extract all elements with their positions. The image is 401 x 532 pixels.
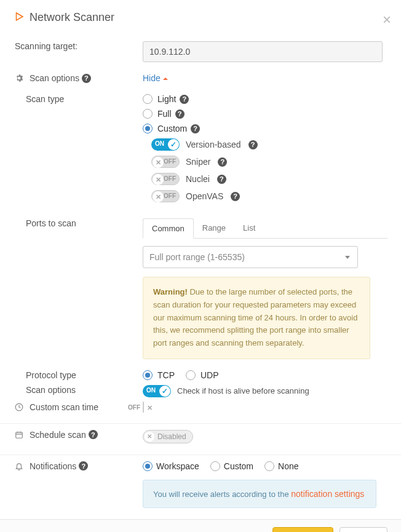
toggle-alive-check[interactable]: ON ✓: [143, 385, 171, 397]
target-label: Scanning target:: [15, 41, 77, 51]
notification-settings-link[interactable]: notification settings: [291, 489, 364, 499]
toggle-nuclei[interactable]: ✕ OFF: [151, 173, 180, 185]
version-based-label: Version-based: [186, 140, 241, 149]
caret-up-icon: [163, 77, 168, 80]
schedule-disabled-pill: ✕ Disabled: [143, 430, 193, 443]
schedule-label: Schedule scan: [30, 430, 86, 440]
radio-workspace[interactable]: [143, 461, 153, 471]
udp-label: UDP: [200, 370, 219, 380]
close-icon[interactable]: ×: [383, 11, 391, 28]
help-icon[interactable]: ?: [218, 157, 227, 167]
help-icon[interactable]: ?: [175, 109, 185, 119]
toggle-openvas[interactable]: ✕ OFF: [151, 190, 180, 202]
svg-rect-1: [16, 432, 23, 438]
tab-common[interactable]: Common: [143, 218, 194, 239]
clock-icon: [15, 403, 26, 411]
radio-custom[interactable]: [143, 124, 153, 133]
help-icon[interactable]: ?: [248, 140, 258, 149]
radio-light-label: Light: [157, 94, 176, 104]
x-icon: ✕: [156, 176, 161, 184]
check-icon: ✓: [170, 140, 177, 149]
help-icon[interactable]: ?: [79, 461, 88, 470]
x-icon: ✕: [156, 193, 161, 201]
toggle-sniper[interactable]: ✕ OFF: [151, 156, 180, 168]
radio-none[interactable]: [264, 461, 274, 471]
radio-light[interactable]: [143, 94, 153, 104]
help-icon[interactable]: ?: [191, 124, 200, 133]
help-icon[interactable]: ?: [180, 95, 189, 104]
help-icon[interactable]: ?: [89, 430, 98, 439]
app-icon: [14, 11, 25, 24]
nuclei-label: Nuclei: [186, 174, 210, 184]
custom-time-label: Custom scan time: [30, 402, 98, 412]
scan-options-label: Scan options: [30, 73, 79, 83]
check-icon: ✓: [162, 387, 168, 395]
toggle-version-based[interactable]: ON ✓: [151, 138, 180, 151]
modal-title: Network Scanner: [30, 11, 114, 24]
radio-notif-custom[interactable]: [210, 461, 220, 471]
notification-info: You will receive alerts according to the…: [143, 480, 376, 508]
scan-type-label: Scan type: [26, 94, 64, 104]
radio-tcp[interactable]: [143, 370, 153, 380]
gear-icon: [15, 74, 26, 82]
radio-custom-label: Custom: [157, 124, 187, 133]
start-scan-button[interactable]: Start Scan: [272, 527, 333, 532]
sniper-label[interactable]: Sniper: [186, 157, 210, 167]
target-input[interactable]: [143, 41, 383, 62]
warning-box: Warning! Due to the large number of sele…: [143, 277, 370, 359]
alive-check-label: Check if host is alive before scanning: [177, 386, 309, 395]
tab-list[interactable]: List: [234, 218, 264, 238]
toggle-custom-time[interactable]: ✕ OFF: [143, 402, 144, 413]
protocol-label: Protocol type: [26, 370, 76, 380]
notifications-label: Notifications: [30, 461, 76, 471]
workspace-label: Workspace: [156, 461, 199, 471]
help-icon[interactable]: ?: [231, 192, 240, 201]
tcp-label: TCP: [157, 370, 175, 380]
bell-icon: [15, 462, 26, 470]
help-icon[interactable]: ?: [217, 175, 226, 184]
cancel-button[interactable]: Cancel: [339, 527, 387, 532]
scan-opts2-label: Scan options: [26, 385, 76, 395]
ports-select[interactable]: Full port range (1-65535): [143, 246, 358, 268]
calendar-icon: [15, 431, 26, 439]
radio-full-label: Full: [157, 109, 172, 119]
x-icon: ✕: [156, 159, 161, 167]
hide-link[interactable]: Hide: [143, 73, 168, 83]
tab-range[interactable]: Range: [194, 218, 234, 238]
ports-label: Ports to scan: [26, 218, 76, 228]
radio-full[interactable]: [143, 109, 153, 119]
notif-custom-label: Custom: [224, 461, 253, 471]
x-icon: ✕: [147, 404, 153, 412]
radio-udp[interactable]: [186, 370, 196, 380]
help-icon[interactable]: ?: [82, 74, 91, 83]
none-label: None: [278, 461, 298, 471]
openvas-label: OpenVAS: [186, 191, 223, 201]
x-icon: ✕: [145, 432, 154, 442]
